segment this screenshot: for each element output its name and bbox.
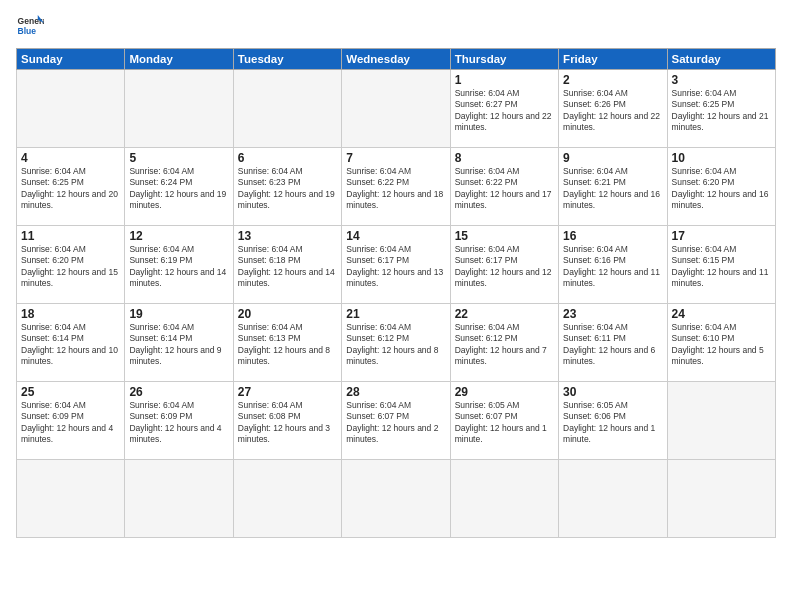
calendar-cell: 22Sunrise: 6:04 AMSunset: 6:12 PMDayligh… bbox=[450, 304, 558, 382]
calendar-cell bbox=[233, 460, 341, 538]
day-info: Sunrise: 6:04 AMSunset: 6:26 PMDaylight:… bbox=[563, 88, 662, 134]
calendar-cell: 11Sunrise: 6:04 AMSunset: 6:20 PMDayligh… bbox=[17, 226, 125, 304]
calendar-cell: 28Sunrise: 6:04 AMSunset: 6:07 PMDayligh… bbox=[342, 382, 450, 460]
calendar-cell: 23Sunrise: 6:04 AMSunset: 6:11 PMDayligh… bbox=[559, 304, 667, 382]
calendar-cell bbox=[233, 70, 341, 148]
day-number: 22 bbox=[455, 307, 554, 321]
day-number: 5 bbox=[129, 151, 228, 165]
header-cell-monday: Monday bbox=[125, 49, 233, 70]
calendar-cell: 21Sunrise: 6:04 AMSunset: 6:12 PMDayligh… bbox=[342, 304, 450, 382]
calendar-cell bbox=[17, 460, 125, 538]
day-info: Sunrise: 6:04 AMSunset: 6:08 PMDaylight:… bbox=[238, 400, 337, 446]
calendar-cell bbox=[125, 70, 233, 148]
day-number: 24 bbox=[672, 307, 771, 321]
day-info: Sunrise: 6:04 AMSunset: 6:19 PMDaylight:… bbox=[129, 244, 228, 290]
calendar-cell bbox=[667, 460, 775, 538]
day-number: 26 bbox=[129, 385, 228, 399]
calendar-cell: 18Sunrise: 6:04 AMSunset: 6:14 PMDayligh… bbox=[17, 304, 125, 382]
calendar-cell: 20Sunrise: 6:04 AMSunset: 6:13 PMDayligh… bbox=[233, 304, 341, 382]
day-info: Sunrise: 6:04 AMSunset: 6:27 PMDaylight:… bbox=[455, 88, 554, 134]
day-info: Sunrise: 6:04 AMSunset: 6:21 PMDaylight:… bbox=[563, 166, 662, 212]
calendar-cell: 12Sunrise: 6:04 AMSunset: 6:19 PMDayligh… bbox=[125, 226, 233, 304]
calendar-cell: 2Sunrise: 6:04 AMSunset: 6:26 PMDaylight… bbox=[559, 70, 667, 148]
day-number: 15 bbox=[455, 229, 554, 243]
day-info: Sunrise: 6:04 AMSunset: 6:14 PMDaylight:… bbox=[21, 322, 120, 368]
day-number: 30 bbox=[563, 385, 662, 399]
day-number: 4 bbox=[21, 151, 120, 165]
day-info: Sunrise: 6:04 AMSunset: 6:13 PMDaylight:… bbox=[238, 322, 337, 368]
day-number: 19 bbox=[129, 307, 228, 321]
logo: General Blue bbox=[16, 12, 44, 40]
calendar-cell: 3Sunrise: 6:04 AMSunset: 6:25 PMDaylight… bbox=[667, 70, 775, 148]
day-info: Sunrise: 6:04 AMSunset: 6:14 PMDaylight:… bbox=[129, 322, 228, 368]
day-info: Sunrise: 6:04 AMSunset: 6:17 PMDaylight:… bbox=[455, 244, 554, 290]
day-number: 18 bbox=[21, 307, 120, 321]
calendar-cell: 29Sunrise: 6:05 AMSunset: 6:07 PMDayligh… bbox=[450, 382, 558, 460]
day-info: Sunrise: 6:04 AMSunset: 6:10 PMDaylight:… bbox=[672, 322, 771, 368]
calendar-cell: 24Sunrise: 6:04 AMSunset: 6:10 PMDayligh… bbox=[667, 304, 775, 382]
day-number: 11 bbox=[21, 229, 120, 243]
day-info: Sunrise: 6:04 AMSunset: 6:20 PMDaylight:… bbox=[21, 244, 120, 290]
calendar-cell: 13Sunrise: 6:04 AMSunset: 6:18 PMDayligh… bbox=[233, 226, 341, 304]
day-number: 8 bbox=[455, 151, 554, 165]
header-cell-wednesday: Wednesday bbox=[342, 49, 450, 70]
day-number: 9 bbox=[563, 151, 662, 165]
calendar-cell: 6Sunrise: 6:04 AMSunset: 6:23 PMDaylight… bbox=[233, 148, 341, 226]
day-info: Sunrise: 6:04 AMSunset: 6:22 PMDaylight:… bbox=[346, 166, 445, 212]
day-info: Sunrise: 6:04 AMSunset: 6:16 PMDaylight:… bbox=[563, 244, 662, 290]
header-cell-tuesday: Tuesday bbox=[233, 49, 341, 70]
day-number: 14 bbox=[346, 229, 445, 243]
day-number: 13 bbox=[238, 229, 337, 243]
day-info: Sunrise: 6:04 AMSunset: 6:15 PMDaylight:… bbox=[672, 244, 771, 290]
calendar-row: 1Sunrise: 6:04 AMSunset: 6:27 PMDaylight… bbox=[17, 70, 776, 148]
calendar-table: SundayMondayTuesdayWednesdayThursdayFrid… bbox=[16, 48, 776, 538]
calendar-cell bbox=[342, 460, 450, 538]
day-number: 6 bbox=[238, 151, 337, 165]
day-info: Sunrise: 6:04 AMSunset: 6:25 PMDaylight:… bbox=[672, 88, 771, 134]
header-cell-thursday: Thursday bbox=[450, 49, 558, 70]
day-number: 28 bbox=[346, 385, 445, 399]
day-number: 20 bbox=[238, 307, 337, 321]
calendar-row: 18Sunrise: 6:04 AMSunset: 6:14 PMDayligh… bbox=[17, 304, 776, 382]
calendar-cell: 17Sunrise: 6:04 AMSunset: 6:15 PMDayligh… bbox=[667, 226, 775, 304]
calendar-row: 4Sunrise: 6:04 AMSunset: 6:25 PMDaylight… bbox=[17, 148, 776, 226]
calendar-cell bbox=[667, 382, 775, 460]
day-number: 3 bbox=[672, 73, 771, 87]
calendar-cell bbox=[125, 460, 233, 538]
calendar-cell: 4Sunrise: 6:04 AMSunset: 6:25 PMDaylight… bbox=[17, 148, 125, 226]
day-number: 17 bbox=[672, 229, 771, 243]
calendar-cell: 14Sunrise: 6:04 AMSunset: 6:17 PMDayligh… bbox=[342, 226, 450, 304]
day-number: 10 bbox=[672, 151, 771, 165]
logo-icon: General Blue bbox=[16, 12, 44, 40]
day-number: 27 bbox=[238, 385, 337, 399]
header-cell-friday: Friday bbox=[559, 49, 667, 70]
svg-text:Blue: Blue bbox=[18, 26, 37, 36]
header-row: SundayMondayTuesdayWednesdayThursdayFrid… bbox=[17, 49, 776, 70]
day-info: Sunrise: 6:04 AMSunset: 6:11 PMDaylight:… bbox=[563, 322, 662, 368]
calendar-cell: 9Sunrise: 6:04 AMSunset: 6:21 PMDaylight… bbox=[559, 148, 667, 226]
calendar-row: 25Sunrise: 6:04 AMSunset: 6:09 PMDayligh… bbox=[17, 382, 776, 460]
day-info: Sunrise: 6:04 AMSunset: 6:25 PMDaylight:… bbox=[21, 166, 120, 212]
calendar-row: 11Sunrise: 6:04 AMSunset: 6:20 PMDayligh… bbox=[17, 226, 776, 304]
day-number: 7 bbox=[346, 151, 445, 165]
day-info: Sunrise: 6:04 AMSunset: 6:12 PMDaylight:… bbox=[346, 322, 445, 368]
calendar-cell: 10Sunrise: 6:04 AMSunset: 6:20 PMDayligh… bbox=[667, 148, 775, 226]
calendar-cell: 19Sunrise: 6:04 AMSunset: 6:14 PMDayligh… bbox=[125, 304, 233, 382]
calendar-cell: 27Sunrise: 6:04 AMSunset: 6:08 PMDayligh… bbox=[233, 382, 341, 460]
day-info: Sunrise: 6:04 AMSunset: 6:09 PMDaylight:… bbox=[129, 400, 228, 446]
calendar-cell bbox=[450, 460, 558, 538]
day-number: 2 bbox=[563, 73, 662, 87]
day-info: Sunrise: 6:05 AMSunset: 6:07 PMDaylight:… bbox=[455, 400, 554, 446]
day-number: 16 bbox=[563, 229, 662, 243]
calendar-cell: 26Sunrise: 6:04 AMSunset: 6:09 PMDayligh… bbox=[125, 382, 233, 460]
day-info: Sunrise: 6:04 AMSunset: 6:22 PMDaylight:… bbox=[455, 166, 554, 212]
day-info: Sunrise: 6:04 AMSunset: 6:20 PMDaylight:… bbox=[672, 166, 771, 212]
calendar-cell: 25Sunrise: 6:04 AMSunset: 6:09 PMDayligh… bbox=[17, 382, 125, 460]
header-cell-sunday: Sunday bbox=[17, 49, 125, 70]
day-info: Sunrise: 6:04 AMSunset: 6:12 PMDaylight:… bbox=[455, 322, 554, 368]
calendar-cell: 5Sunrise: 6:04 AMSunset: 6:24 PMDaylight… bbox=[125, 148, 233, 226]
day-info: Sunrise: 6:04 AMSunset: 6:09 PMDaylight:… bbox=[21, 400, 120, 446]
page: General Blue SundayMondayTuesdayWednesda… bbox=[0, 0, 792, 612]
day-info: Sunrise: 6:05 AMSunset: 6:06 PMDaylight:… bbox=[563, 400, 662, 446]
calendar-cell: 8Sunrise: 6:04 AMSunset: 6:22 PMDaylight… bbox=[450, 148, 558, 226]
